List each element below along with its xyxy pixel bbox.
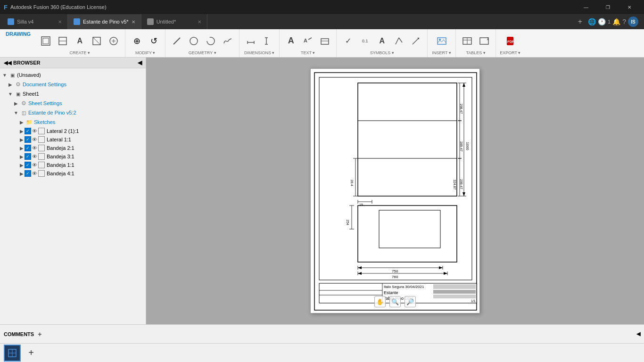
create-label: CREATE ▾	[70, 50, 90, 55]
add-document-button[interactable]: +	[25, 346, 38, 360]
bom-button[interactable]: 1	[477, 34, 492, 48]
pan-tool-button[interactable]: ✋	[374, 296, 386, 307]
arrow-symbol-button[interactable]	[408, 34, 423, 48]
tree-item-lateral1[interactable]: ▶ 👁 Lateral 1:1	[0, 135, 146, 144]
tab-untitled[interactable]: Untitled* ✕	[141, 14, 207, 29]
history-icon[interactable]: 🕐	[598, 18, 606, 25]
user-avatar[interactable]: IS	[628, 16, 638, 27]
fusion-app-icon[interactable]	[4, 345, 21, 362]
browser-header: ◀◀ BROWSER ◀	[0, 58, 146, 68]
dimensions-label: DIMENSIONS ▾	[244, 50, 275, 55]
table-button[interactable]	[460, 34, 475, 48]
dim-vertical-button[interactable]	[260, 34, 275, 48]
svg-rect-1	[43, 38, 49, 44]
line-button[interactable]	[169, 34, 184, 48]
close-button[interactable]: ✕	[619, 0, 640, 14]
bottom-action-bar: +	[0, 343, 644, 362]
svg-text:760: 760	[392, 275, 398, 279]
tab-label: Silla v4	[17, 19, 33, 25]
tree-item-sketches[interactable]: ▶ 📁 Sketches	[0, 117, 146, 127]
toolbar-group-geometry: GEOMETRY ▾	[165, 29, 239, 57]
canvas-area[interactable]: 1000 298.47 289.47 299.47 28.4	[146, 58, 644, 324]
tree-item-estante[interactable]: ▼ ◫ Estante de Pino v5:2	[0, 108, 146, 117]
surface-symbol-button[interactable]: A	[374, 34, 389, 48]
insert-label: INSERT ▾	[432, 50, 451, 55]
svg-text:15: 15	[359, 203, 363, 206]
rotate-button[interactable]: ↺	[146, 34, 161, 48]
online-icon[interactable]: 🌐	[588, 18, 596, 25]
svg-text:298.47: 298.47	[460, 104, 463, 114]
add-tab-button[interactable]: +	[578, 17, 582, 26]
svg-rect-89	[433, 290, 476, 294]
svg-point-10	[190, 37, 198, 45]
tab-actions: + 🌐 🕐 1 🔔 ? IS	[574, 14, 642, 29]
zoom-in-button[interactable]: 🔎	[405, 296, 416, 307]
weld-symbol-button[interactable]	[391, 34, 406, 48]
tree-item-lateral2[interactable]: ▶ 👁 Lateral 2 (1):1	[0, 127, 146, 135]
tree-item-sheet1[interactable]: ▼ ▣ Sheet1	[0, 89, 146, 99]
tab-label: Untitled*	[157, 19, 176, 25]
detail-view-button[interactable]	[106, 34, 121, 48]
tree-item-document-settings[interactable]: ▶ ⚙ Document Settings	[0, 80, 146, 89]
svg-text:Italo Segura   30/04/2021: Italo Segura 30/04/2021	[384, 285, 424, 289]
tree-item-bandeja3[interactable]: ▶ 👁 Bandeja 3:1	[0, 152, 146, 161]
base-view-button[interactable]	[55, 34, 70, 48]
tabs-bar: Silla v4 ✕ Estante de Pino v5* ✕ Untitle…	[0, 14, 644, 29]
app-title: Autodesk Fusion 360 (Education License)	[10, 4, 575, 10]
tab-close-icon[interactable]: ✕	[58, 19, 62, 25]
browser-back-icon[interactable]: ◀◀	[4, 60, 11, 66]
svg-text:A: A	[304, 38, 307, 43]
notification-count[interactable]: 1	[608, 19, 611, 25]
svg-text:299.47: 299.47	[460, 179, 463, 189]
insert-image-button[interactable]	[434, 34, 449, 48]
section-view-button[interactable]	[89, 34, 104, 48]
symbols-label: SYMBOLS ▾	[370, 50, 394, 55]
tab-label: Estante de Pino v5*	[83, 19, 129, 25]
dim-horizontal-button[interactable]	[243, 34, 258, 48]
move-button[interactable]: ⊕	[129, 34, 144, 48]
toolbar: DRAWING A	[0, 29, 644, 58]
svg-rect-90	[433, 295, 476, 298]
arc-button[interactable]	[203, 34, 218, 48]
tab-close-icon[interactable]: ✕	[132, 19, 135, 25]
toolbar-group-dimensions: DIMENSIONS ▾	[239, 29, 280, 57]
tree-item-sheet-settings[interactable]: ▶ ⚙ Sheet Settings	[0, 99, 146, 108]
tree-item-bandeja1[interactable]: ▶ 👁 Bandeja 1:1	[0, 161, 146, 169]
minimize-button[interactable]: —	[575, 0, 597, 14]
svg-rect-94	[379, 210, 440, 248]
svg-text:254: 254	[346, 220, 349, 225]
notification-bell-icon[interactable]: 🔔	[612, 18, 620, 25]
drawing-svg: 1000 298.47 289.47 299.47 28.4	[311, 69, 480, 314]
collapse-comments-icon[interactable]: ◀	[636, 331, 640, 337]
tree-item-bandeja4[interactable]: ▶ 👁 Bandeja 4:1	[0, 169, 146, 178]
svg-text:289.47: 289.47	[460, 141, 463, 152]
spline-button[interactable]	[220, 34, 235, 48]
export-pdf-button[interactable]: PDF	[503, 34, 518, 48]
checkmark-symbol-button[interactable]: ✓	[340, 34, 355, 48]
toolbar-group-modify: ⊕ ↺ MODIFY ▾	[125, 29, 165, 57]
symbol-text-button[interactable]	[317, 34, 332, 48]
zoom-fit-button[interactable]: 🔍	[389, 296, 401, 307]
comments-bar: COMMENTS + ◀	[0, 324, 644, 343]
help-icon[interactable]: ?	[622, 18, 626, 25]
title-bar: F Autodesk Fusion 360 (Education License…	[0, 0, 644, 14]
datum-symbol-button[interactable]: 0.1	[357, 34, 372, 48]
tab-icon	[74, 18, 80, 25]
text-label: TEXT ▾	[301, 50, 315, 55]
browser-pin-icon[interactable]: ◀	[138, 59, 142, 66]
maximize-button[interactable]: ❐	[597, 0, 619, 14]
tab-close-icon[interactable]: ✕	[198, 19, 201, 25]
svg-text:28.4: 28.4	[350, 180, 354, 186]
projected-view-button[interactable]: A	[72, 34, 87, 48]
tab-silla[interactable]: Silla v4 ✕	[2, 14, 68, 29]
circle-button[interactable]	[186, 34, 201, 48]
tab-estante[interactable]: Estante de Pino v5* ✕	[68, 14, 141, 29]
text-tool-button[interactable]: A	[283, 34, 298, 48]
sidebar: ◀◀ BROWSER ◀ ▼ ▣ (Unsaved) ▶ ⚙ Document …	[0, 58, 146, 324]
tree-item-bandeja2[interactable]: ▶ 👁 Bandeja 2:1	[0, 144, 146, 152]
main-layout: ◀◀ BROWSER ◀ ▼ ▣ (Unsaved) ▶ ⚙ Document …	[0, 58, 644, 324]
add-comment-icon[interactable]: +	[38, 330, 41, 338]
new-sheet-button[interactable]	[38, 34, 53, 48]
tree-item-unsaved[interactable]: ▼ ▣ (Unsaved)	[0, 70, 146, 80]
leader-text-button[interactable]: A	[300, 34, 315, 48]
